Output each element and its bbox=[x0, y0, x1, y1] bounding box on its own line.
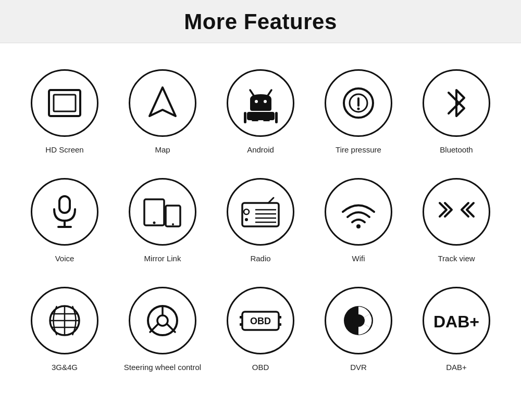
mirror-link-label: Mirror Link bbox=[144, 253, 181, 264]
feature-radio: Radio bbox=[212, 168, 309, 276]
svg-point-49 bbox=[352, 314, 365, 327]
radio-icon bbox=[227, 178, 294, 246]
tire-pressure-icon bbox=[325, 69, 392, 137]
svg-point-22 bbox=[172, 223, 174, 225]
svg-marker-2 bbox=[150, 87, 176, 116]
svg-point-38 bbox=[157, 315, 168, 326]
page-title: More Features bbox=[0, 9, 521, 34]
svg-rect-9 bbox=[275, 112, 278, 123]
svg-text:OBD: OBD bbox=[250, 316, 271, 326]
feature-mirror-link: Mirror Link bbox=[114, 168, 212, 276]
map-icon bbox=[129, 69, 196, 137]
svg-point-6 bbox=[264, 100, 267, 103]
3g4g-icon bbox=[31, 287, 98, 354]
dab-plus-label: DAB+ bbox=[446, 362, 467, 373]
obd-label: OBD bbox=[252, 362, 269, 373]
android-icon bbox=[227, 69, 294, 137]
svg-point-15 bbox=[357, 108, 360, 110]
feature-android: Android bbox=[212, 59, 309, 168]
feature-hd-screen: HD Screen bbox=[16, 59, 114, 168]
feature-track-view: Track view bbox=[407, 168, 505, 276]
hd-screen-label: HD Screen bbox=[45, 144, 83, 155]
map-label: Map bbox=[155, 144, 170, 155]
tire-pressure-label: Tire pressure bbox=[336, 144, 381, 155]
svg-rect-8 bbox=[244, 112, 246, 123]
obd-icon: OBD bbox=[227, 287, 294, 354]
svg-rect-7 bbox=[247, 112, 275, 120]
svg-rect-45 bbox=[240, 323, 243, 326]
page-header: More Features bbox=[0, 0, 521, 43]
track-view-label: Track view bbox=[438, 253, 475, 264]
feature-obd: OBD OBD bbox=[212, 276, 309, 385]
dvr-label: DVR bbox=[350, 362, 367, 373]
svg-text:DAB+: DAB+ bbox=[433, 312, 479, 331]
hd-screen-icon bbox=[31, 69, 98, 137]
android-label: Android bbox=[247, 144, 274, 155]
svg-rect-47 bbox=[278, 323, 281, 326]
svg-point-29 bbox=[245, 218, 248, 221]
dvr-icon bbox=[325, 287, 392, 354]
feature-bluetooth: Bluetooth bbox=[407, 59, 505, 168]
bluetooth-icon bbox=[423, 69, 490, 137]
feature-dvr: DVR bbox=[309, 276, 407, 385]
steering-wheel-icon bbox=[129, 287, 196, 354]
feature-voice: Voice bbox=[16, 168, 114, 276]
radio-label: Radio bbox=[250, 253, 270, 264]
dab-plus-icon: DAB+ bbox=[423, 287, 490, 354]
feature-map: Map bbox=[114, 59, 212, 168]
feature-3g4g: 3G&4G bbox=[16, 276, 114, 385]
feature-steering-wheel: Steering wheel control bbox=[114, 276, 212, 385]
svg-point-20 bbox=[153, 221, 156, 224]
svg-point-5 bbox=[255, 100, 258, 103]
wifi-icon bbox=[325, 178, 392, 246]
svg-rect-11 bbox=[263, 120, 270, 121]
svg-rect-10 bbox=[252, 120, 258, 121]
svg-rect-44 bbox=[240, 316, 243, 319]
svg-point-28 bbox=[244, 209, 249, 214]
svg-rect-1 bbox=[54, 95, 76, 111]
voice-label: Voice bbox=[55, 253, 75, 264]
features-grid: HD Screen Map bbox=[0, 43, 521, 396]
bluetooth-label: Bluetooth bbox=[440, 144, 473, 155]
steering-wheel-label: Steering wheel control bbox=[124, 362, 201, 373]
track-view-icon bbox=[423, 178, 490, 246]
feature-dab-plus: DAB+ DAB+ bbox=[407, 276, 505, 385]
feature-wifi: Wifi bbox=[309, 168, 407, 276]
3g4g-label: 3G&4G bbox=[52, 362, 78, 373]
svg-rect-16 bbox=[59, 196, 70, 213]
svg-rect-46 bbox=[278, 316, 281, 319]
mirror-link-icon bbox=[129, 178, 196, 246]
svg-point-31 bbox=[356, 224, 361, 228]
wifi-label: Wifi bbox=[352, 253, 365, 264]
voice-icon bbox=[31, 178, 98, 246]
feature-tire-pressure: Tire pressure bbox=[309, 59, 407, 168]
